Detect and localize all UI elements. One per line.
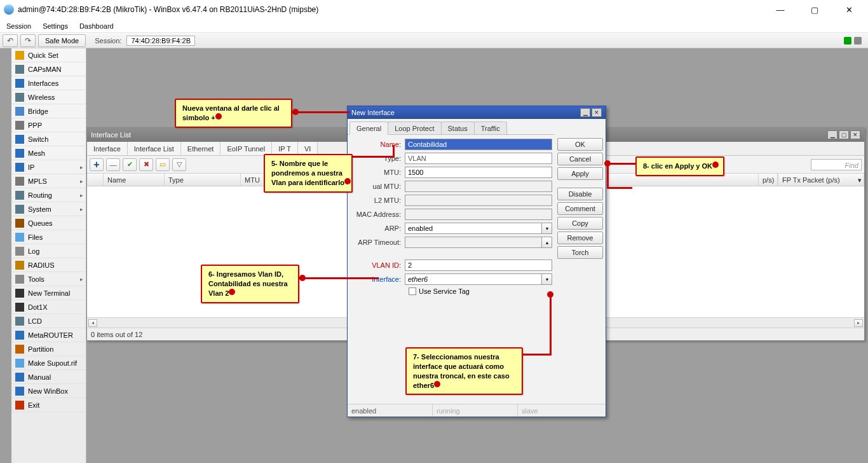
col-mtu[interactable]: MTU [241,174,266,186]
col-fptx[interactable]: FP Tx Packet (p/s) [778,174,854,186]
sidebar-item-ppp[interactable]: PPP [11,118,86,132]
sidebar-item-radius[interactable]: RADIUS [11,258,86,272]
ni-title[interactable]: New Interface ▁ ✕ [348,106,606,119]
col-extra[interactable]: p/s) [759,174,778,186]
close-button[interactable]: ✕ [837,2,860,17]
il-tab-interface-list[interactable]: Interface List [128,142,181,155]
il-maximize-button[interactable]: ▢ [839,130,849,139]
il-minimize-button[interactable]: ▁ [827,130,837,139]
il-tab-vi[interactable]: VI [298,142,318,155]
vlanid-input[interactable]: 2 [405,259,552,271]
filter-button[interactable]: ▽ [172,158,186,171]
arp-select[interactable]: enabled [405,223,542,234]
cancel-button[interactable]: Cancel [557,153,603,165]
sidebar-item-routing[interactable]: Routing▸ [11,188,86,202]
il-tab-ethernet[interactable]: Ethernet [181,142,221,155]
il-close-button[interactable]: ✕ [850,130,860,139]
sidebar-item-capsman[interactable]: CAPsMAN [11,62,86,76]
maximize-button[interactable]: ▢ [803,2,826,17]
sidebar-item-files[interactable]: Files [11,230,86,244]
sidebar-item-wireless[interactable]: Wireless [11,90,86,104]
col-dropdown[interactable]: ▾ [854,174,864,186]
sidebar-item-tools[interactable]: Tools▸ [11,272,86,286]
sidebar-icon [15,191,24,200]
ni-tab-status[interactable]: Status [441,121,475,134]
name-input[interactable]: Contabilidad [405,139,552,150]
sidebar-item-lcd[interactable]: LCD [11,314,86,328]
type-input[interactable]: VLAN [405,153,552,164]
arp-dropdown-icon[interactable]: ▾ [542,223,552,234]
sidebar-item-make-supout-rif[interactable]: Make Supout.rif [11,356,86,370]
ok-button[interactable]: OK [557,138,603,151]
use-service-tag-checkbox[interactable] [409,287,416,295]
comment-button[interactable]: Comment [557,202,603,215]
disable-button[interactable]: Disable [557,188,603,200]
undo-button[interactable]: ↶ [3,34,18,47]
sidebar-icon [15,163,24,172]
il-tab-eoip-tunnel[interactable]: EoIP Tunnel [220,142,272,155]
enable-button[interactable]: ✔ [123,158,137,171]
sidebar-icon [15,359,24,368]
disable-button[interactable]: ✖ [139,158,153,171]
ni-tab-general[interactable]: General [349,121,388,135]
ni-tab-loop-protect[interactable]: Loop Protect [388,121,441,134]
menu-settings[interactable]: Settings [43,22,68,30]
arp-timeout-arrow-icon[interactable]: ▴ [542,237,552,248]
sidebar-item-switch[interactable]: Switch [11,132,86,146]
chevron-right-icon: ▸ [80,206,83,212]
menu-dashboard[interactable]: Dashboard [79,22,114,30]
find-input[interactable]: Find [811,159,862,170]
arp-timeout-label: ARP Timeout: [350,238,405,246]
sidebar-item-label: Log [28,247,39,255]
menu-session[interactable]: Session [6,22,31,30]
scroll-left-icon[interactable]: ◂ [88,319,97,327]
remove-button[interactable]: Remove [557,232,603,244]
sidebar-item-log[interactable]: Log [11,244,86,258]
safe-mode-button[interactable]: Safe Mode [38,34,86,47]
sidebar-item-new-terminal[interactable]: New Terminal [11,286,86,300]
sidebar-item-queues[interactable]: Queues [11,216,86,230]
sidebar-item-bridge[interactable]: Bridge [11,104,86,118]
sidebar-item-system[interactable]: System▸ [11,202,86,216]
use-service-tag-row[interactable]: Use Service Tag [409,287,552,295]
sidebar-item-mesh[interactable]: Mesh [11,146,86,160]
name-label: Name: [350,141,405,148]
copy-button[interactable]: Copy [557,217,603,230]
sidebar-item-label: MPLS [28,177,47,185]
il-tab-ip-t[interactable]: IP T [272,142,298,155]
sidebar-item-metarouter[interactable]: MetaROUTER [11,328,86,342]
interface-dropdown-icon[interactable]: ▾ [542,273,552,285]
sidebar-item-manual[interactable]: Manual [11,370,86,384]
ni-close-button[interactable]: ✕ [592,108,602,117]
comment-button[interactable]: ▭ [156,158,170,171]
sidebar-item-interfaces[interactable]: Interfaces [11,76,86,90]
sidebar-item-new-winbox[interactable]: New WinBox [11,384,86,398]
ni-tab-traffic[interactable]: Traffic [474,121,507,134]
sidebar-icon [15,387,24,396]
sidebar-item-label: Mesh [28,149,45,157]
arp-timeout-input[interactable] [405,237,542,248]
remove-button[interactable]: — [106,158,120,171]
sidebar-item-label: New Terminal [28,289,70,297]
sidebar-item-partition[interactable]: Partition [11,342,86,356]
sidebar-item-label: Partition [28,345,53,353]
ni-minimize-button[interactable]: ▁ [580,108,590,117]
sidebar-item-dot1x[interactable]: Dot1X [11,300,86,314]
scroll-right-icon[interactable]: ▸ [854,319,863,327]
torch-button[interactable]: Torch [557,246,603,259]
minimize-button[interactable]: — [769,2,792,17]
sidebar-item-ip[interactable]: IP▸ [11,160,86,174]
interface-select[interactable]: ether6 [405,273,542,285]
sidebar-item-mpls[interactable]: MPLS▸ [11,174,86,188]
mtu-input[interactable]: 1500 [405,167,552,178]
add-button[interactable]: + [90,158,104,171]
redo-button[interactable]: ↷ [20,34,36,47]
col-name[interactable]: Name [104,174,165,186]
sidebar-item-exit[interactable]: Exit [11,398,86,412]
sidebar-item-label: PPP [28,121,42,129]
il-tab-interface[interactable]: Interface [87,142,128,155]
col-type[interactable]: Type [165,174,241,186]
sidebar-icon [15,65,24,74]
apply-button[interactable]: Apply [557,167,603,180]
sidebar-item-quick-set[interactable]: Quick Set [11,48,86,62]
